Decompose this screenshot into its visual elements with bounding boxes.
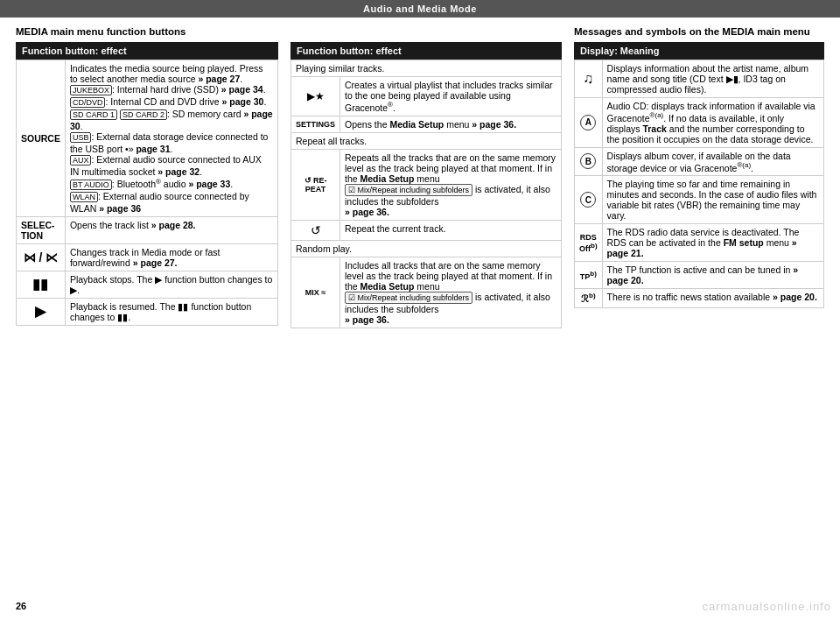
- table-row: SETTINGS Opens the Media Setup menu » pa…: [291, 116, 562, 132]
- table-row: ▶ Playback is resumed. The ▮▮ function b…: [17, 298, 278, 325]
- source-content: Indicates the media source being played.…: [65, 60, 277, 217]
- pause-label: ▮▮: [17, 271, 66, 298]
- table-row: SELEC-TION Opens the track list » page 2…: [17, 216, 278, 243]
- audio-cd-content: Audio CD: displays track information if …: [602, 98, 823, 148]
- rds-off-content: The RDS radio data service is deactivate…: [602, 224, 823, 262]
- watermark: carmanualsonline.info: [703, 600, 831, 613]
- mix-repeat-badge: ☑ Mix/Repeat including subfolders: [345, 184, 472, 196]
- b-circle-icon: B: [580, 153, 596, 169]
- sdcard1-badge: SD CARD 1: [70, 109, 117, 120]
- left-column: MEDIA main menu function buttons Functio…: [16, 26, 278, 608]
- left-section-title: MEDIA main menu function buttons: [16, 26, 278, 37]
- page-footer: 26: [16, 601, 26, 611]
- table-row: C The playing time so far and time remai…: [575, 176, 824, 224]
- repeat-one-icon-cell: ↺: [291, 220, 340, 240]
- page-header: Audio and Media Mode: [0, 0, 840, 18]
- table-row: B Displays album cover, if available on …: [575, 147, 824, 176]
- mid-table-header: Function button: effect: [290, 42, 562, 60]
- middle-column: Function button: effect Playing similar …: [290, 26, 562, 608]
- left-table-header: Function button: effect: [16, 42, 278, 60]
- btaudio-badge: BT AUDIO: [70, 180, 112, 190]
- usb-badge: USB: [70, 132, 92, 143]
- table-row: Random play.: [291, 240, 562, 257]
- playing-time-content: The playing time so far and time remaini…: [602, 176, 823, 224]
- source-label: SOURCE: [17, 60, 66, 217]
- skiptrack-label: ⋈ / ⋉: [17, 243, 66, 271]
- tp-content: The TP function is active and can be tun…: [602, 262, 823, 289]
- sdcard2-badge: SD CARD 2: [120, 109, 167, 120]
- table-row: ↺ RE-PEAT Repeats all the tracks that ar…: [291, 149, 562, 220]
- tp-icon-cell: TPb): [575, 262, 603, 289]
- b-icon-cell: B: [575, 147, 603, 176]
- table-row: ▶★ Creates a virtual playlist that inclu…: [291, 77, 562, 116]
- table-row: ♫ Displays information about the artist …: [575, 60, 824, 98]
- selection-content: Opens the track list » page 28.: [65, 216, 277, 243]
- pause-content: Playback stops. The ▶ function button ch…: [65, 271, 277, 298]
- playing-similar-content: Playing similar tracks.: [291, 60, 562, 77]
- cddvd-badge: CD/DVD: [70, 97, 106, 108]
- right-section-title: Messages and symbols on the MEDIA main m…: [574, 26, 824, 37]
- repeat-content: Repeats all the tracks that are on the s…: [340, 149, 562, 220]
- mix-repeat-badge2: ☑ Mix/Repeat including subfolders: [345, 292, 472, 304]
- main-content: MEDIA main menu function buttons Functio…: [0, 18, 840, 616]
- mix-icon-cell: MIX ≈: [291, 257, 340, 328]
- right-table-header: Display: Meaning: [574, 42, 824, 60]
- jukebox-badge: JUKEBOX: [70, 85, 112, 95]
- table-row: Playing similar tracks.: [291, 60, 562, 77]
- selection-label: SELEC-TION: [17, 216, 66, 243]
- album-cover-content: Displays album cover, if available on th…: [602, 147, 823, 176]
- play-label: ▶: [17, 298, 66, 325]
- table-row: A Audio CD: displays track information i…: [575, 98, 824, 148]
- table-row: ℛb) There is no traffic news station ava…: [575, 289, 824, 308]
- page-number: 26: [16, 601, 26, 611]
- table-row: TPb) The TP function is active and can b…: [575, 262, 824, 289]
- rds-off-icon-cell: RDS Offb): [575, 224, 603, 262]
- a-icon-cell: A: [575, 98, 603, 148]
- similar-icon-cell: ▶★: [291, 77, 340, 116]
- skiptrack-content: Changes track in Media mode or fast forw…: [65, 243, 277, 271]
- settings-content: Opens the Media Setup menu » page 36.: [340, 116, 562, 132]
- right-column: Messages and symbols on the MEDIA main m…: [574, 26, 824, 608]
- similar-tracks-content: Creates a virtual playlist that includes…: [340, 77, 562, 116]
- table-row: SOURCE Indicates the media source being …: [17, 60, 278, 217]
- traffic-content: There is no traffic news station availab…: [602, 289, 823, 308]
- random-play-content: Random play.: [291, 240, 562, 257]
- right-table: ♫ Displays information about the artist …: [574, 60, 824, 308]
- table-row: ▮▮ Playback stops. The ▶ function button…: [17, 271, 278, 298]
- repeat-one-content: Repeat the current track.: [340, 220, 562, 240]
- table-row: MIX ≈ Includes all tracks that are on th…: [291, 257, 562, 328]
- play-content: Playback is resumed. The ▮▮ function but…: [65, 298, 277, 325]
- repeat-icon-cell: ↺ RE-PEAT: [291, 149, 340, 220]
- left-table: SOURCE Indicates the media source being …: [16, 60, 278, 326]
- mix-content: Includes all tracks that are on the same…: [340, 257, 562, 328]
- header-title: Audio and Media Mode: [363, 4, 477, 14]
- artist-info-content: Displays information about the artist na…: [602, 60, 823, 98]
- traffic-icon-cell: ℛb): [575, 289, 603, 308]
- table-row: Repeat all tracks.: [291, 132, 562, 149]
- aux-badge: AUX: [70, 155, 92, 166]
- c-icon-cell: C: [575, 176, 603, 224]
- table-row: RDS Offb) The RDS radio data service is …: [575, 224, 824, 262]
- settings-icon-cell: SETTINGS: [291, 116, 340, 132]
- wlan-badge: WLAN: [70, 192, 98, 202]
- a-circle-icon: A: [580, 115, 596, 130]
- mid-table: Playing similar tracks. ▶★ Creates a vir…: [290, 60, 562, 328]
- repeat-all-content: Repeat all tracks.: [291, 132, 562, 149]
- table-row: ⋈ / ⋉ Changes track in Media mode or fas…: [17, 243, 278, 271]
- table-row: ↺ Repeat the current track.: [291, 220, 562, 240]
- c-circle-icon: C: [580, 192, 596, 208]
- music-icon-cell: ♫: [575, 60, 603, 98]
